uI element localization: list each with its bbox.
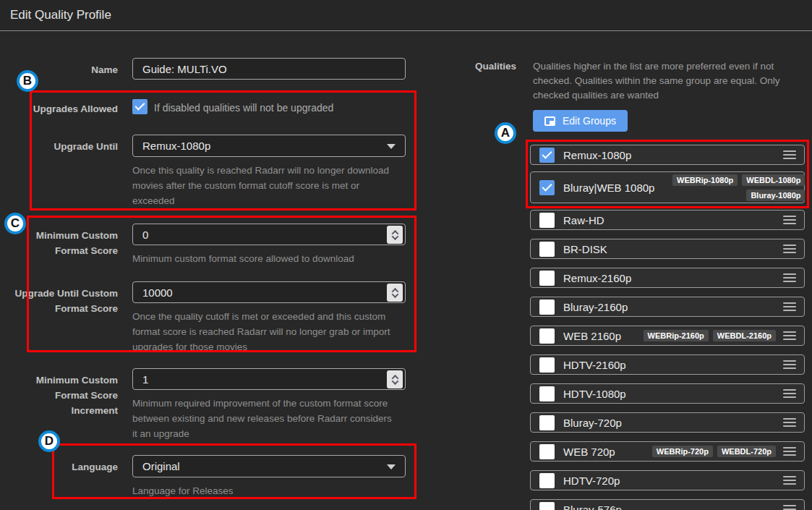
form-row-language: Language Original Language for Releases	[9, 455, 414, 498]
quality-name: HDTV-1080p	[563, 388, 626, 400]
quality-row: Bluray-720p	[530, 412, 805, 433]
drag-handle-icon[interactable]	[783, 150, 796, 159]
quality-name: BR-DISK	[563, 243, 607, 255]
edit-groups-button[interactable]: Edit Groups	[533, 110, 628, 132]
quality-name: WEB 720p	[563, 446, 615, 458]
qualities-label: Qualities	[434, 61, 516, 72]
drag-handle-icon[interactable]	[783, 505, 796, 510]
name-field[interactable]	[132, 58, 406, 80]
form-row-name: Name	[9, 58, 414, 80]
upgrade-until-value: Remux-1080p	[142, 140, 210, 152]
quality-badge: WEBDL-720p	[717, 446, 776, 457]
min-cfs-inc-input[interactable]	[132, 368, 406, 390]
quality-row: Bluray-2160p	[530, 297, 805, 317]
quality-badge: WEBRip-2160p	[644, 330, 709, 341]
drag-handle-icon[interactable]	[783, 447, 796, 456]
quality-name: Remux-2160p	[563, 272, 631, 284]
quality-checkbox[interactable]	[539, 357, 555, 373]
number-stepper[interactable]	[387, 284, 403, 302]
drag-handle-icon[interactable]	[783, 389, 796, 398]
upgrade-until-label: Upgrade Until	[9, 135, 118, 208]
min-cfs-input[interactable]	[132, 224, 406, 245]
quality-row: WEB 2160p WEBRip-2160p WEBDL-2160p	[530, 326, 805, 346]
quality-badge: WEBRip-1080p	[672, 174, 738, 186]
annotation-badge-c: C	[4, 213, 26, 234]
quality-row: BR-DISK	[530, 239, 805, 259]
drag-handle-icon[interactable]	[783, 273, 796, 282]
quality-badge: WEBDL-2160p	[713, 330, 776, 341]
annotation-badge-b: B	[17, 70, 38, 92]
quality-checkbox[interactable]	[539, 415, 555, 430]
quality-name: Raw-HD	[563, 214, 604, 226]
quality-row: Raw-HD	[530, 210, 805, 230]
quality-name: Bluray-720p	[563, 417, 622, 429]
quality-row: WEB 720p WEBRip-720p WEBDL-720p	[530, 441, 805, 462]
upgrades-allowed-help: If disabled qualities will not be upgrad…	[154, 99, 333, 116]
upgrade-until-helper: Once this quality is reached Radarr will…	[132, 163, 414, 208]
page-title: Edit Quality Profile	[10, 8, 111, 22]
language-select[interactable]: Original	[132, 455, 406, 477]
quality-row: HDTV-2160p	[530, 354, 805, 375]
drag-handle-icon[interactable]	[783, 216, 796, 224]
quality-badge: Bluray-1080p	[746, 190, 805, 201]
drag-handle-icon[interactable]	[783, 302, 796, 311]
form-row-upgrade-until: Upgrade Until Remux-1080p Once this qual…	[9, 135, 414, 208]
quality-checkbox[interactable]	[539, 148, 555, 163]
quality-row: Bluray|WEB 1080p WEBRip-1080p WEBDL-1080…	[530, 171, 805, 203]
quality-row: HDTV-1080p	[530, 383, 805, 404]
quality-checkbox[interactable]	[539, 242, 555, 257]
upgrades-allowed-checkbox[interactable]	[132, 99, 148, 114]
quality-checkbox[interactable]	[539, 271, 555, 286]
min-cfs-inc-label: Minimum Custom Format Score Increment	[9, 368, 118, 441]
quality-checkbox[interactable]	[539, 473, 555, 488]
modal-header: Edit Quality Profile	[0, 0, 812, 31]
quality-name: WEB 2160p	[563, 330, 621, 342]
form-row-upgrades-allowed: Upgrades Allowed If disabled qualities w…	[9, 99, 414, 116]
clone-icon	[544, 116, 555, 126]
chevron-down-icon	[387, 464, 396, 469]
quality-name: Bluray-576p	[563, 503, 622, 510]
qualities-description: Qualities higher in the list are more pr…	[533, 59, 808, 103]
drag-handle-icon[interactable]	[783, 245, 796, 253]
drag-handle-icon[interactable]	[783, 331, 796, 340]
quality-row: HDTV-720p	[530, 470, 805, 490]
quality-name: Bluray-2160p	[563, 301, 628, 313]
min-cfs-label: Minimum Custom Format Score	[9, 224, 118, 266]
quality-name: Bluray|WEB 1080p	[563, 182, 654, 194]
number-stepper[interactable]	[387, 370, 403, 388]
language-helper: Language for Releases	[132, 483, 414, 498]
quality-checkbox[interactable]	[539, 444, 555, 459]
drag-handle-icon[interactable]	[783, 476, 796, 485]
form-row-min-custom-format-score: Minimum Custom Format Score Minimum cust…	[9, 224, 414, 266]
min-cfs-inc-helper: Minimum required improvement of the cust…	[132, 396, 414, 441]
upgrade-until-select[interactable]: Remux-1080p	[132, 135, 406, 157]
upgrades-allowed-label: Upgrades Allowed	[9, 99, 118, 116]
quality-checkbox[interactable]	[539, 299, 555, 315]
number-stepper[interactable]	[387, 226, 403, 244]
quality-checkbox[interactable]	[539, 213, 555, 228]
uu-cfs-input[interactable]	[132, 281, 406, 303]
form-row-upgrade-until-custom-format-score: Upgrade Until Custom Format Score Once t…	[9, 281, 414, 354]
form-row-min-custom-format-score-increment: Minimum Custom Format Score Increment Mi…	[9, 368, 414, 441]
quality-name: HDTV-720p	[563, 475, 620, 487]
quality-badge: WEBRip-720p	[652, 446, 713, 457]
quality-checkbox[interactable]	[539, 328, 555, 344]
quality-name: Remux-1080p	[563, 149, 631, 161]
drag-handle-icon[interactable]	[783, 360, 796, 369]
quality-checkbox[interactable]	[539, 502, 555, 510]
quality-checkbox[interactable]	[539, 180, 555, 195]
annotation-badge-d: D	[38, 430, 60, 452]
quality-badge: WEBDL-1080p	[742, 174, 805, 186]
language-label: Language	[9, 455, 118, 498]
drag-handle-icon[interactable]	[783, 418, 796, 427]
uu-cfs-label: Upgrade Until Custom Format Score	[9, 281, 118, 354]
edit-groups-button-label: Edit Groups	[563, 115, 616, 127]
uu-cfs-helper: Once the quality cutoff is met or exceed…	[132, 309, 414, 354]
quality-row: Remux-2160p	[530, 268, 805, 288]
quality-name: HDTV-2160p	[563, 359, 626, 371]
quality-row: Bluray-576p	[530, 499, 805, 510]
quality-checkbox[interactable]	[539, 386, 555, 401]
chevron-down-icon	[387, 144, 396, 149]
language-value: Original	[142, 460, 180, 472]
quality-row: Remux-1080p	[530, 145, 805, 165]
